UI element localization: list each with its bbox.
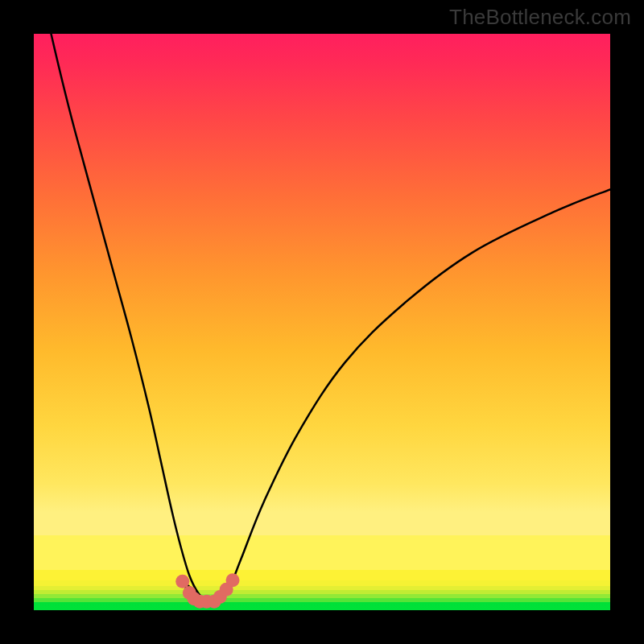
- curve-line: [51, 34, 610, 602]
- outer-frame: TheBottleneck.com: [0, 0, 644, 644]
- bottom-dots: [175, 573, 239, 608]
- watermark-text: TheBottleneck.com: [449, 5, 631, 30]
- marker-dot: [175, 575, 189, 588]
- curve-svg: [34, 34, 610, 610]
- marker-dot: [226, 573, 240, 587]
- plot-area: [34, 34, 610, 610]
